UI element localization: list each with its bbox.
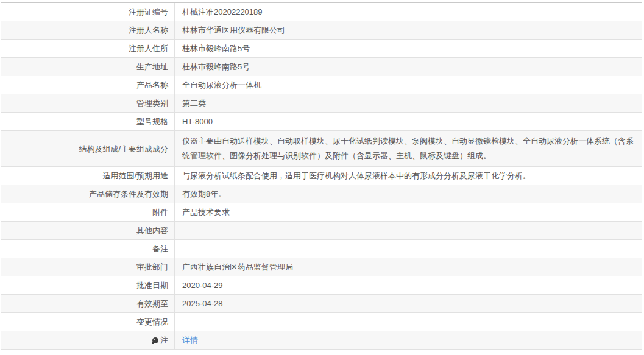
row-label-text: 型号规格 (136, 116, 168, 127)
row-label: 型号规格 (1, 113, 175, 130)
table-row: 变更情况 (1, 313, 642, 331)
row-value-text: 第二类 (182, 96, 206, 111)
row-value-text: 产品技术要求 (182, 205, 230, 220)
row-label: 注册证编号 (1, 3, 175, 21)
row-value: HT-8000 (175, 113, 642, 130)
table-row: 备注 (1, 240, 642, 258)
row-label: 生产地址 (1, 58, 175, 76)
row-label-text: 适用范围/预期用途 (102, 170, 168, 181)
row-label-text: 附件 (152, 207, 168, 217)
row-label-text: 结构及组成/主要组成成分 (79, 144, 168, 154)
row-label: 有效期至 (1, 295, 175, 312)
row-label: 产品储存条件及有效期 (1, 185, 175, 203)
row-value-text: 桂械注准20202220189 (182, 5, 263, 19)
table-row: 管理类别 第二类 (1, 94, 642, 113)
row-label-text: 其他内容 (136, 225, 168, 236)
row-label-text: 注册人住所 (129, 43, 168, 54)
row-label-text: 管理类别 (136, 98, 168, 108)
row-label-text: 生产地址 (136, 62, 168, 72)
table-row: 生产地址 桂林市毅峰南路5号 (1, 58, 642, 76)
row-value-text: 全自动尿液分析一体机 (182, 78, 261, 93)
note-bullet-icon (152, 337, 158, 343)
row-label: 产品名称 (1, 76, 175, 94)
row-value: 详情 (175, 331, 642, 349)
table-row: 注册人住所 桂林市毅峰南路5号 (1, 40, 642, 58)
row-value-text: 仪器主要由自动送样模块、自动取样模块、尿干化试纸判读模块、泵阀模块、自动显微镜检… (182, 134, 634, 163)
row-value: 桂林市毅峰南路5号 (175, 40, 642, 57)
row-label-text: 批准日期 (136, 280, 168, 290)
table-row: 有效期至 2025-04-28 (1, 295, 642, 313)
table-row: 型号规格 HT-8000 (1, 113, 642, 131)
table-row: 注册人名称 桂林市华通医用仪器有限公司 (1, 21, 642, 40)
row-label-text: 产品储存条件及有效期 (89, 189, 168, 199)
row-value: 仪器主要由自动送样模块、自动取样模块、尿干化试纸判读模块、泵阀模块、自动显微镜检… (175, 131, 642, 166)
table-row: 其他内容 (1, 222, 642, 240)
row-label: 结构及组成/主要组成成分 (1, 131, 175, 166)
row-label: 其他内容 (1, 222, 175, 239)
row-value: 2020-04-29 (175, 276, 642, 294)
row-value: 有效期8年。 (175, 185, 642, 203)
row-value-text: 桂林市华通医用仪器有限公司 (182, 23, 285, 38)
row-value-text: 广西壮族自治区药品监督管理局 (182, 260, 293, 275)
row-value-text: 2020-04-29 (182, 278, 223, 293)
details-link[interactable]: 详情 (182, 333, 198, 348)
row-label-text: 注 (160, 335, 168, 345)
row-label-text: 有效期至 (136, 298, 168, 309)
table-row: 附件 产品技术要求 (1, 203, 642, 222)
row-label: 附件 (1, 203, 175, 221)
row-label: 注册人名称 (1, 21, 175, 39)
row-value: 与尿液分析试纸条配合使用，适用于医疗机构对人体尿液样本中的有形成分分析及尿液干化… (175, 167, 642, 185)
row-value (175, 313, 642, 331)
row-label: 注册人住所 (1, 40, 175, 57)
row-label: 备注 (1, 240, 175, 258)
row-value-text: 与尿液分析试纸条配合使用，适用于医疗机构对人体尿液样本中的有形成分分析及尿液干化… (182, 169, 531, 183)
row-label-text: 审批部门 (136, 262, 168, 272)
table-row: 产品储存条件及有效期 有效期8年。 (1, 185, 642, 203)
row-value: 产品技术要求 (175, 203, 642, 221)
registration-detail-page: 注册证编号 桂械注准20202220189 注册人名称 桂林市华通医用仪器有限公… (1, 0, 642, 355)
table-row: 注册证编号 桂械注准20202220189 (1, 3, 642, 21)
table-row: 注 详情 (1, 331, 642, 350)
row-value: 桂林市毅峰南路5号 (175, 58, 642, 76)
row-label-text: 注册证编号 (129, 7, 168, 17)
row-label: 注 (1, 331, 175, 349)
row-label: 管理类别 (1, 94, 175, 112)
table-row: 审批部门 广西壮族自治区药品监督管理局 (1, 258, 642, 276)
row-value-text: 桂林市毅峰南路5号 (182, 41, 250, 56)
row-label-text: 备注 (152, 244, 168, 254)
row-value-text: 2025-04-28 (182, 297, 223, 311)
row-value: 桂械注准20202220189 (175, 3, 642, 21)
row-label: 适用范围/预期用途 (1, 167, 175, 185)
row-value: 全自动尿液分析一体机 (175, 76, 642, 94)
table-row: 批准日期 2020-04-29 (1, 276, 642, 295)
row-label-text: 产品名称 (136, 80, 168, 90)
registration-table: 注册证编号 桂械注准20202220189 注册人名称 桂林市华通医用仪器有限公… (1, 2, 642, 350)
row-value-text: 桂林市毅峰南路5号 (182, 60, 250, 74)
row-value: 第二类 (175, 94, 642, 112)
row-label: 审批部门 (1, 258, 175, 276)
row-value-text: HT-8000 (182, 114, 213, 129)
row-label-text: 注册人名称 (129, 25, 168, 35)
table-row: 结构及组成/主要组成成分 仪器主要由自动送样模块、自动取样模块、尿干化试纸判读模… (1, 131, 642, 167)
row-value (175, 222, 642, 239)
row-value-text: 有效期8年。 (182, 187, 226, 202)
table-row: 产品名称 全自动尿液分析一体机 (1, 76, 642, 94)
table-row: 适用范围/预期用途 与尿液分析试纸条配合使用，适用于医疗机构对人体尿液样本中的有… (1, 167, 642, 185)
row-value (175, 240, 642, 258)
row-value: 桂林市华通医用仪器有限公司 (175, 21, 642, 39)
row-value: 2025-04-28 (175, 295, 642, 312)
row-value: 广西壮族自治区药品监督管理局 (175, 258, 642, 276)
row-label: 变更情况 (1, 313, 175, 331)
row-label-text: 变更情况 (136, 317, 168, 327)
row-label: 批准日期 (1, 276, 175, 294)
